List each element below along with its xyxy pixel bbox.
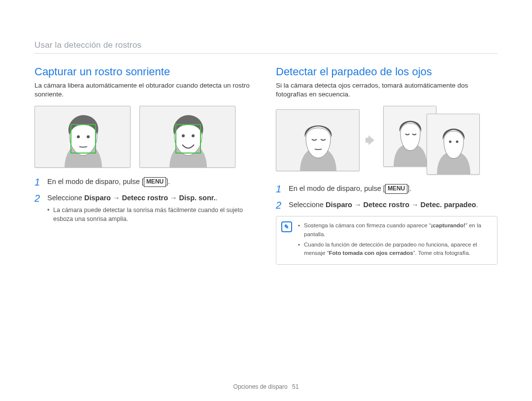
face-detect-box — [175, 124, 201, 154]
arrow-icon — [368, 135, 374, 145]
t: Foto tomada con ojos cerrados — [329, 250, 413, 256]
manual-page: Usar la detección de rostros Capturar un… — [0, 0, 532, 401]
t: Detec. parpadeo — [421, 201, 476, 209]
step-item: 2 Seleccione Disparo → Detecc rostro → D… — [34, 193, 256, 223]
t: Sostenga la cámara con firmeza cuando ap… — [304, 222, 431, 228]
step-text: En el modo de disparo, pulse [MENU]. — [47, 177, 170, 187]
t: → — [409, 201, 421, 209]
step-item: 1 En el modo de disparo, pulse [MENU]. — [34, 177, 256, 187]
page-number: 51 — [292, 383, 299, 390]
figure-neutral-face — [34, 106, 131, 168]
step-number: 2 — [34, 193, 42, 223]
figure-eyes-closed — [276, 109, 360, 171]
t: → — [111, 194, 122, 202]
note-box: ✎ Sostenga la cámara con firmeza cuando … — [276, 216, 498, 265]
steps-blink: 1 En el modo de disparo, pulse [MENU]. 2… — [276, 184, 498, 210]
menu-button-chip: MENU — [385, 184, 407, 193]
step-text: En el modo de disparo, pulse [MENU]. — [289, 184, 411, 194]
t: → — [168, 194, 179, 202]
section-title-smile: Capturar un rostro sonriente — [34, 65, 256, 78]
steps-smile: 1 En el modo de disparo, pulse [MENU]. 2… — [34, 177, 256, 223]
footer-section: Opciones de disparo — [233, 383, 288, 390]
step-text: Seleccione Disparo → Detecc rostro → Det… — [289, 200, 478, 210]
figure-small-shot-2 — [427, 114, 480, 175]
step-item: 1 En el modo de disparo, pulse [MENU]. — [276, 184, 498, 194]
step-pre: En el modo de disparo, pulse [ — [47, 178, 144, 185]
breadcrumb: Usar la detección de rostros — [34, 40, 498, 54]
page-footer: Opciones de disparo 51 — [0, 383, 532, 390]
step-number: 2 — [276, 200, 284, 210]
note-item: Sostenga la cámara con firmeza cuando ap… — [298, 221, 491, 239]
face-illustration — [427, 114, 480, 175]
right-column: Detectar el parpadeo de los ojos Si la c… — [276, 65, 498, 265]
t: ”. Tome otra fotografía. — [413, 250, 470, 256]
t: → — [352, 201, 364, 209]
step-number: 1 — [34, 177, 42, 187]
note-item: Cuando la función de detección de parpad… — [298, 241, 491, 258]
face-detect-box — [70, 124, 96, 154]
t: Detecc rostro — [364, 201, 409, 209]
figure-stack-two-shots — [383, 106, 480, 175]
left-column: Capturar un rostro sonriente La cámara l… — [34, 65, 256, 265]
step-item: 2 Seleccione Disparo → Detecc rostro → D… — [276, 200, 498, 210]
step-sublist: La cámara puede detectar la sonrisa más … — [47, 206, 256, 223]
t: Disp. sonr. — [179, 194, 216, 202]
step-text: Seleccione Disparo → Detecc rostro → Dis… — [47, 193, 256, 223]
figure-row-smile — [34, 106, 256, 168]
section-title-blink: Detectar el parpadeo de los ojos — [276, 65, 498, 78]
t: ¡capturando! — [431, 222, 466, 228]
menu-button-chip: MENU — [144, 177, 166, 186]
figure-row-blink — [276, 106, 498, 175]
figure-smiling-face — [139, 106, 235, 168]
step-subitem: La cámara puede detectar la sonrisa más … — [47, 206, 256, 223]
note-icon: ✎ — [281, 221, 292, 232]
step-post: ]. — [166, 178, 170, 185]
t: . — [476, 201, 478, 209]
section-lead-blink: Si la cámara detecta ojos cerrados, toma… — [276, 81, 498, 99]
section-lead-smile: La cámara libera automáticamente el obtu… — [34, 81, 256, 99]
step-number: 1 — [276, 184, 284, 194]
t: Seleccione — [47, 194, 84, 202]
svg-point-5 — [456, 141, 459, 143]
svg-point-4 — [449, 141, 452, 143]
t: Disparo — [326, 201, 352, 209]
two-column-layout: Capturar un rostro sonriente La cámara l… — [34, 65, 498, 265]
face-illustration — [276, 110, 360, 171]
t: . — [216, 194, 218, 202]
step-pre: En el modo de disparo, pulse [ — [289, 185, 385, 192]
t: Seleccione — [289, 201, 326, 209]
step-post: ]. — [407, 185, 411, 192]
t: Disparo — [84, 194, 111, 202]
t: Detecc rostro — [122, 194, 168, 202]
